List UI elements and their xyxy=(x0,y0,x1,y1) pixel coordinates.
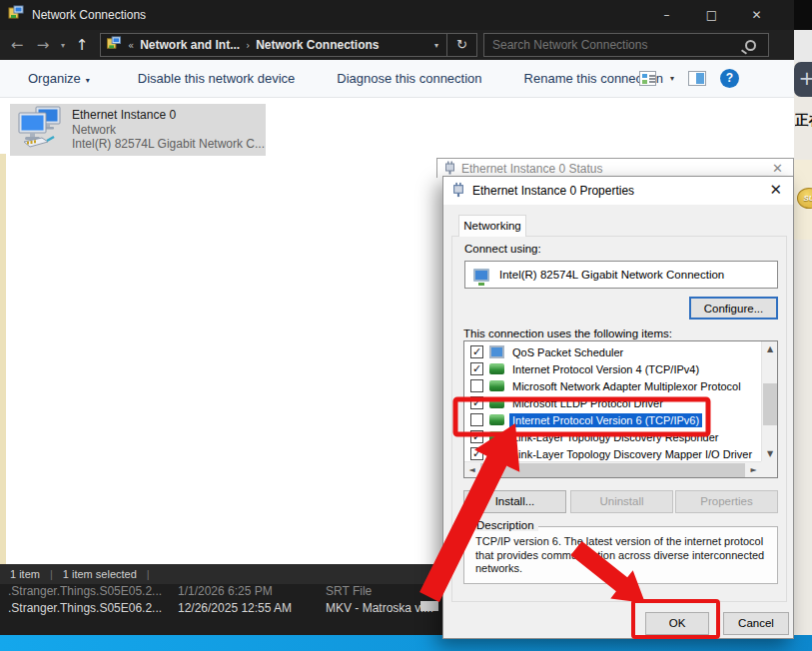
checkbox-checked-icon[interactable]: ✓ xyxy=(470,430,483,443)
protocol-label[interactable]: QoS Packet Scheduler xyxy=(509,345,626,359)
horizontal-scroll-thumb[interactable] xyxy=(480,463,745,477)
protocol-row[interactable]: ✓Internet Protocol Version 4 (TCP/IPv4) xyxy=(465,360,760,377)
networking-tab-page: Connect using: Intel(R) 82574L Gigabit N… xyxy=(451,236,787,602)
ethernet-status-dialog: Ethernet Instance 0 Status ✕ xyxy=(436,158,794,178)
connection-device: Intel(R) 82574L Gigabit Network C... xyxy=(72,137,265,152)
file-date: 1/1/2026 6:25 PM xyxy=(178,584,326,598)
diagnose-connection-button[interactable]: Diagnose this connection xyxy=(337,71,481,86)
window-titlebar: Network Connections – □ ✕ xyxy=(0,0,794,30)
network-monitor-icon xyxy=(489,345,504,358)
dialog-close-icon[interactable]: ✕ xyxy=(769,181,782,199)
background-scrollbar-fragment[interactable] xyxy=(420,601,438,611)
checkbox-checked-icon[interactable]: ✓ xyxy=(470,396,483,409)
dialog-titlebar: Ethernet Instance 0 Properties ✕ xyxy=(443,177,793,205)
connection-items-label: This connection uses the following items… xyxy=(463,327,672,339)
uninstall-button: Uninstall xyxy=(570,490,673,513)
ok-button[interactable]: OK xyxy=(645,612,709,635)
description-label: Description xyxy=(472,519,538,531)
properties-button: Properties xyxy=(675,490,778,513)
description-text: TCP/IP version 6. The latest version of … xyxy=(464,527,777,576)
navigation-bar: ← → ▾ ↑ « Network and Int... › Network C… xyxy=(0,30,794,60)
vertical-scroll-thumb[interactable] xyxy=(763,383,777,425)
horizontal-scrollbar[interactable]: ◄ ► xyxy=(464,461,761,477)
help-icon[interactable]: ? xyxy=(720,69,739,88)
tab-networking[interactable]: Networking xyxy=(458,215,526,237)
protocol-list[interactable]: ✓QoS Packet Scheduler✓Internet Protocol … xyxy=(463,340,778,478)
cancel-button[interactable]: Cancel xyxy=(723,612,789,635)
search-box[interactable] xyxy=(483,33,769,57)
network-connections-icon xyxy=(8,5,24,25)
ethernet-connection-item[interactable]: Ethernet Instance 0 Network Intel(R) 825… xyxy=(10,104,266,156)
status-dialog-close-icon[interactable]: ✕ xyxy=(772,161,783,176)
adapter-field: Intel(R) 82574L Gigabit Network Connecti… xyxy=(464,261,778,289)
dialog-title: Ethernet Instance 0 Properties xyxy=(472,184,634,198)
ethernet-adapter-icon xyxy=(14,104,64,156)
protocol-label[interactable]: Internet Protocol Version 4 (TCP/IPv4) xyxy=(509,362,702,376)
checkbox-unchecked-icon[interactable] xyxy=(470,379,483,392)
ethernet-properties-dialog: Ethernet Instance 0 Properties ✕ Network… xyxy=(442,176,794,639)
protocol-row[interactable]: ✓QoS Packet Scheduler xyxy=(465,343,760,360)
protocol-adapter-icon xyxy=(489,380,504,391)
back-icon[interactable]: ← xyxy=(4,36,30,54)
scroll-down-icon[interactable]: ▼ xyxy=(762,446,778,461)
status-dialog-title: Ethernet Instance 0 Status xyxy=(461,162,602,176)
close-button[interactable]: ✕ xyxy=(734,0,779,30)
adapter-icon xyxy=(473,269,489,282)
protocol-label[interactable]: Link-Layer Topology Discovery Responder xyxy=(509,430,721,444)
breadcrumb[interactable]: « Network and Int... › Network Connectio… xyxy=(100,33,477,57)
organize-button[interactable]: Organize▾ xyxy=(28,71,90,86)
protocol-label[interactable]: Link-Layer Topology Discovery Mapper I/O… xyxy=(509,447,755,461)
history-caret-icon[interactable]: ▾ xyxy=(56,41,70,50)
checkbox-checked-icon[interactable]: ✓ xyxy=(470,447,483,460)
protocol-label[interactable]: Internet Protocol Version 6 (TCP/IPv6) xyxy=(509,413,702,427)
scroll-up-icon[interactable]: ▲ xyxy=(762,341,778,356)
breadcrumb-root[interactable]: Network and Int... xyxy=(140,38,240,52)
background-cjk-text: 正在 xyxy=(795,112,812,130)
protocol-adapter-icon xyxy=(489,363,504,374)
file-name: .Stranger.Things.S05E06.2... xyxy=(0,601,178,617)
checkbox-checked-icon[interactable]: ✓ xyxy=(470,345,483,358)
search-input[interactable] xyxy=(484,38,745,52)
protocol-row[interactable]: ✓Link-Layer Topology Discovery Mapper I/… xyxy=(465,445,760,460)
maximize-button[interactable]: □ xyxy=(689,0,734,30)
connect-using-label: Connect using: xyxy=(464,243,541,255)
organize-caret-icon: ▾ xyxy=(86,76,90,85)
vertical-scrollbar[interactable]: ▲ ▼ xyxy=(761,341,777,461)
protocol-row[interactable]: Microsoft Network Adapter Multiplexor Pr… xyxy=(465,377,760,394)
status-divider: | xyxy=(147,568,150,580)
scroll-left-icon[interactable]: ◄ xyxy=(464,462,479,478)
protocol-label[interactable]: Microsoft LLDP Protocol Driver xyxy=(509,396,666,410)
file-name: .Stranger.Things.S05E05.2... xyxy=(0,584,178,598)
protocol-row[interactable]: ✓Link-Layer Topology Discovery Responder xyxy=(465,428,760,445)
protocol-row[interactable]: Internet Protocol Version 6 (TCP/IPv6) xyxy=(465,411,760,428)
checkbox-unchecked-icon[interactable] xyxy=(470,413,483,426)
up-icon[interactable]: ↑ xyxy=(70,36,94,54)
preview-pane-icon[interactable] xyxy=(688,71,706,86)
forward-icon[interactable]: → xyxy=(30,36,56,54)
refresh-icon[interactable]: ↻ xyxy=(446,33,476,57)
breadcrumb-caret-icon[interactable]: ▾ xyxy=(426,41,446,50)
install-button[interactable]: Install... xyxy=(463,490,566,513)
disable-device-button[interactable]: Disable this network device xyxy=(138,71,296,86)
breadcrumb-current[interactable]: Network Connections xyxy=(256,38,379,52)
protocol-adapter-icon xyxy=(489,414,504,425)
breadcrumb-overflow-icon[interactable]: « xyxy=(122,40,140,51)
protocol-label[interactable]: Microsoft Network Adapter Multiplexor Pr… xyxy=(509,379,744,393)
scroll-right-icon[interactable]: ► xyxy=(746,462,761,478)
new-tab-button[interactable]: + xyxy=(794,62,812,97)
breadcrumb-folder-icon xyxy=(106,36,122,54)
view-caret-icon[interactable]: ▾ xyxy=(670,74,674,83)
minimize-button[interactable]: – xyxy=(644,0,689,30)
item-count: 1 item xyxy=(10,568,40,580)
protocol-row[interactable]: ✓Microsoft LLDP Protocol Driver xyxy=(465,394,760,411)
background-window-edge xyxy=(792,30,812,62)
configure-button[interactable]: Configure... xyxy=(689,297,778,320)
protocol-list-rows: ✓QoS Packet Scheduler✓Internet Protocol … xyxy=(465,343,760,460)
ethernet-plug-icon xyxy=(452,182,464,201)
protocol-adapter-icon xyxy=(489,448,504,459)
checkbox-checked-icon[interactable]: ✓ xyxy=(470,362,483,375)
scrollbar-corner xyxy=(761,461,777,477)
change-view-icon[interactable] xyxy=(639,71,656,86)
search-icon[interactable] xyxy=(745,40,756,51)
background-window-corner xyxy=(794,0,812,30)
